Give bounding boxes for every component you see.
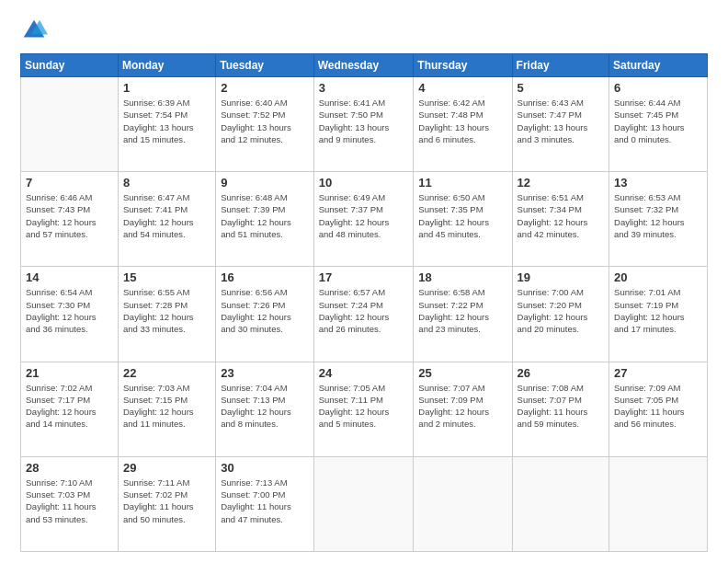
day-number: 19 [518, 270, 604, 284]
header-cell-tuesday: Tuesday [216, 54, 314, 77]
day-detail: Sunrise: 6:58 AM Sunset: 7:22 PM Dayligh… [418, 286, 506, 335]
day-cell [609, 456, 708, 551]
day-cell: 18Sunrise: 6:58 AM Sunset: 7:22 PM Dayli… [414, 267, 512, 362]
day-detail: Sunrise: 6:55 AM Sunset: 7:28 PM Dayligh… [123, 286, 210, 335]
day-detail: Sunrise: 6:57 AM Sunset: 7:24 PM Dayligh… [319, 286, 409, 335]
day-cell: 27Sunrise: 7:09 AM Sunset: 7:05 PM Dayli… [609, 362, 708, 456]
day-detail: Sunrise: 7:04 AM Sunset: 7:13 PM Dayligh… [221, 382, 309, 431]
calendar-body: 1Sunrise: 6:39 AM Sunset: 7:54 PM Daylig… [21, 77, 708, 552]
day-cell: 10Sunrise: 6:49 AM Sunset: 7:37 PM Dayli… [313, 172, 414, 267]
header-cell-friday: Friday [512, 54, 609, 77]
day-cell: 20Sunrise: 7:01 AM Sunset: 7:19 PM Dayli… [609, 267, 708, 362]
header [20, 17, 708, 44]
day-cell: 2Sunrise: 6:40 AM Sunset: 7:52 PM Daylig… [216, 77, 314, 172]
day-detail: Sunrise: 6:44 AM Sunset: 7:45 PM Dayligh… [614, 97, 702, 145]
day-number: 30 [221, 461, 309, 475]
day-number: 14 [26, 270, 113, 284]
day-cell [414, 456, 512, 551]
day-cell: 22Sunrise: 7:03 AM Sunset: 7:15 PM Dayli… [118, 362, 215, 456]
day-detail: Sunrise: 6:50 AM Sunset: 7:35 PM Dayligh… [418, 191, 506, 240]
day-number: 28 [26, 461, 113, 475]
day-detail: Sunrise: 6:39 AM Sunset: 7:54 PM Dayligh… [123, 97, 210, 145]
day-detail: Sunrise: 6:47 AM Sunset: 7:41 PM Dayligh… [123, 191, 210, 240]
day-cell: 15Sunrise: 6:55 AM Sunset: 7:28 PM Dayli… [118, 267, 215, 362]
day-cell: 21Sunrise: 7:02 AM Sunset: 7:17 PM Dayli… [21, 362, 119, 456]
header-cell-sunday: Sunday [21, 54, 119, 77]
day-number: 1 [123, 81, 210, 95]
day-cell: 26Sunrise: 7:08 AM Sunset: 7:07 PM Dayli… [512, 362, 609, 456]
day-number: 24 [319, 366, 409, 380]
day-number: 20 [614, 270, 702, 284]
day-number: 16 [221, 270, 309, 284]
day-detail: Sunrise: 6:43 AM Sunset: 7:47 PM Dayligh… [518, 97, 604, 145]
day-detail: Sunrise: 7:01 AM Sunset: 7:19 PM Dayligh… [614, 286, 702, 335]
day-cell: 24Sunrise: 7:05 AM Sunset: 7:11 PM Dayli… [313, 362, 414, 456]
day-number: 5 [518, 81, 604, 95]
day-detail: Sunrise: 6:48 AM Sunset: 7:39 PM Dayligh… [221, 191, 309, 240]
day-cell: 5Sunrise: 6:43 AM Sunset: 7:47 PM Daylig… [512, 77, 609, 172]
header-cell-monday: Monday [118, 54, 215, 77]
day-cell [21, 77, 119, 172]
day-number: 22 [123, 366, 210, 380]
week-row-5: 28Sunrise: 7:10 AM Sunset: 7:03 PM Dayli… [21, 456, 708, 551]
day-number: 2 [221, 81, 309, 95]
day-number: 6 [614, 81, 702, 95]
day-detail: Sunrise: 6:42 AM Sunset: 7:48 PM Dayligh… [418, 97, 506, 145]
day-cell: 12Sunrise: 6:51 AM Sunset: 7:34 PM Dayli… [512, 172, 609, 267]
day-cell: 29Sunrise: 7:11 AM Sunset: 7:02 PM Dayli… [118, 456, 215, 551]
day-cell: 6Sunrise: 6:44 AM Sunset: 7:45 PM Daylig… [609, 77, 708, 172]
day-cell: 30Sunrise: 7:13 AM Sunset: 7:00 PM Dayli… [216, 456, 314, 551]
page: SundayMondayTuesdayWednesdayThursdayFrid… [0, 0, 728, 563]
day-detail: Sunrise: 7:02 AM Sunset: 7:17 PM Dayligh… [26, 382, 113, 431]
day-detail: Sunrise: 7:08 AM Sunset: 7:07 PM Dayligh… [518, 382, 604, 431]
day-cell [512, 456, 609, 551]
day-cell: 14Sunrise: 6:54 AM Sunset: 7:30 PM Dayli… [21, 267, 119, 362]
day-cell: 16Sunrise: 6:56 AM Sunset: 7:26 PM Dayli… [216, 267, 314, 362]
week-row-1: 1Sunrise: 6:39 AM Sunset: 7:54 PM Daylig… [21, 77, 708, 172]
day-cell: 19Sunrise: 7:00 AM Sunset: 7:20 PM Dayli… [512, 267, 609, 362]
week-row-4: 21Sunrise: 7:02 AM Sunset: 7:17 PM Dayli… [21, 362, 708, 456]
header-row: SundayMondayTuesdayWednesdayThursdayFrid… [21, 54, 708, 77]
day-cell: 8Sunrise: 6:47 AM Sunset: 7:41 PM Daylig… [118, 172, 215, 267]
day-number: 17 [319, 270, 409, 284]
day-detail: Sunrise: 7:11 AM Sunset: 7:02 PM Dayligh… [123, 477, 210, 525]
week-row-2: 7Sunrise: 6:46 AM Sunset: 7:43 PM Daylig… [21, 172, 708, 267]
day-cell: 4Sunrise: 6:42 AM Sunset: 7:48 PM Daylig… [414, 77, 512, 172]
day-number: 25 [418, 366, 506, 380]
week-row-3: 14Sunrise: 6:54 AM Sunset: 7:30 PM Dayli… [21, 267, 708, 362]
day-number: 23 [221, 366, 309, 380]
day-number: 26 [518, 366, 604, 380]
logo [20, 17, 53, 44]
day-detail: Sunrise: 6:51 AM Sunset: 7:34 PM Dayligh… [518, 191, 604, 240]
day-detail: Sunrise: 6:56 AM Sunset: 7:26 PM Dayligh… [221, 286, 309, 335]
day-cell: 7Sunrise: 6:46 AM Sunset: 7:43 PM Daylig… [21, 172, 119, 267]
day-detail: Sunrise: 7:07 AM Sunset: 7:09 PM Dayligh… [418, 382, 506, 431]
header-cell-wednesday: Wednesday [313, 54, 414, 77]
day-number: 29 [123, 461, 210, 475]
day-cell: 25Sunrise: 7:07 AM Sunset: 7:09 PM Dayli… [414, 362, 512, 456]
day-detail: Sunrise: 6:41 AM Sunset: 7:50 PM Dayligh… [319, 97, 409, 145]
day-detail: Sunrise: 6:54 AM Sunset: 7:30 PM Dayligh… [26, 286, 113, 335]
day-detail: Sunrise: 6:53 AM Sunset: 7:32 PM Dayligh… [614, 191, 702, 240]
day-number: 7 [26, 176, 113, 190]
day-detail: Sunrise: 7:03 AM Sunset: 7:15 PM Dayligh… [123, 382, 210, 431]
day-cell: 13Sunrise: 6:53 AM Sunset: 7:32 PM Dayli… [609, 172, 708, 267]
day-detail: Sunrise: 6:49 AM Sunset: 7:37 PM Dayligh… [319, 191, 409, 240]
day-number: 12 [518, 176, 604, 190]
day-number: 27 [614, 366, 702, 380]
day-number: 3 [319, 81, 409, 95]
day-number: 10 [319, 176, 409, 190]
day-number: 11 [418, 176, 506, 190]
day-detail: Sunrise: 7:09 AM Sunset: 7:05 PM Dayligh… [614, 382, 702, 431]
day-detail: Sunrise: 7:05 AM Sunset: 7:11 PM Dayligh… [319, 382, 409, 431]
day-cell: 9Sunrise: 6:48 AM Sunset: 7:39 PM Daylig… [216, 172, 314, 267]
header-cell-thursday: Thursday [414, 54, 512, 77]
header-cell-saturday: Saturday [609, 54, 708, 77]
day-number: 8 [123, 176, 210, 190]
day-cell [313, 456, 414, 551]
calendar-header: SundayMondayTuesdayWednesdayThursdayFrid… [21, 54, 708, 77]
day-cell: 17Sunrise: 6:57 AM Sunset: 7:24 PM Dayli… [313, 267, 414, 362]
day-detail: Sunrise: 7:00 AM Sunset: 7:20 PM Dayligh… [518, 286, 604, 335]
day-number: 15 [123, 270, 210, 284]
day-detail: Sunrise: 6:40 AM Sunset: 7:52 PM Dayligh… [221, 97, 309, 145]
